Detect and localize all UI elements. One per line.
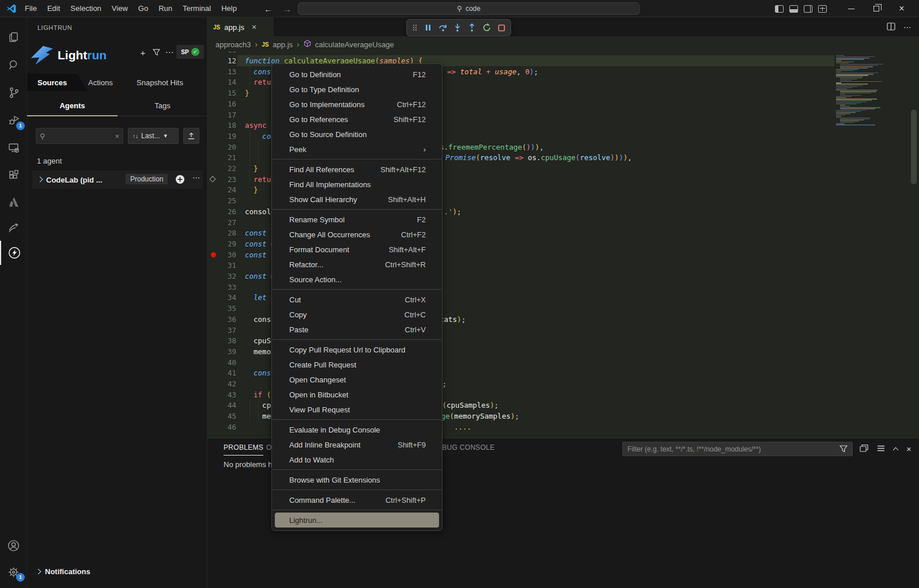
agent-row[interactable]: CodeLab (pid ... Production ⋯: [32, 170, 203, 189]
minimize-button[interactable]: [838, 0, 864, 17]
tab-actions[interactable]: Actions: [88, 74, 113, 91]
restart-icon[interactable]: [482, 23, 491, 32]
menu-terminal[interactable]: Terminal: [177, 2, 216, 15]
menu-view[interactable]: View: [107, 2, 133, 15]
menu-item-browse-with-git-extensions[interactable]: Browse with Git Extensions: [275, 472, 439, 487]
line-number[interactable]: 26: [207, 206, 236, 217]
menu-item-evaluate-in-debug-console[interactable]: Evaluate in Debug Console: [275, 422, 439, 437]
toggle-panel-icon[interactable]: [789, 5, 798, 13]
line-number[interactable]: 40: [207, 357, 236, 368]
nav-back-icon[interactable]: ←: [264, 4, 273, 14]
lightrun-icon[interactable]: [0, 241, 27, 265]
menu-item-go-to-type-definition[interactable]: Go to Type Definition: [275, 82, 439, 97]
line-number[interactable]: 25: [207, 195, 236, 206]
step-over-icon[interactable]: [438, 23, 448, 32]
menu-item-go-to-references[interactable]: Go to ReferencesShift+F12: [275, 112, 439, 127]
line-number[interactable]: 44: [207, 400, 236, 411]
nav-forward-icon[interactable]: →: [283, 4, 292, 14]
breadcrumb-symbol[interactable]: calculateAverageUsage: [315, 40, 394, 49]
explorer-icon[interactable]: [0, 25, 27, 50]
customize-layout-icon[interactable]: [818, 5, 827, 13]
menu-item-go-to-source-definition[interactable]: Go to Source Definition: [275, 127, 439, 142]
menu-item-find-all-implementations[interactable]: Find All Implementations: [275, 177, 439, 192]
line-number[interactable]: 46: [207, 422, 236, 433]
open-in-editor-button[interactable]: [183, 128, 199, 144]
menu-item-command-palette[interactable]: Command Palette...Ctrl+Shift+P: [275, 492, 439, 507]
extensions-icon[interactable]: [0, 164, 27, 188]
line-number[interactable]: 42: [207, 378, 236, 389]
user-chip[interactable]: SP ✓: [176, 45, 204, 59]
step-out-icon[interactable]: [468, 23, 476, 32]
line-number[interactable]: 22: [207, 163, 236, 174]
menu-item-change-all-occurrences[interactable]: Change All OccurrencesCtrl+F2: [275, 227, 439, 242]
run-debug-icon[interactable]: 1: [0, 108, 27, 132]
account-icon[interactable]: [0, 533, 27, 557]
line-number[interactable]: 18: [207, 120, 236, 131]
tab-appjs[interactable]: JS app.js ×: [207, 17, 274, 37]
gitlive-swoosh-icon[interactable]: [0, 215, 27, 240]
minimap[interactable]: [834, 52, 889, 438]
breadcrumb-folder[interactable]: approach3: [215, 40, 251, 49]
tab-sources[interactable]: Sources: [27, 74, 87, 91]
close-tab-icon[interactable]: ×: [252, 22, 256, 32]
line-number[interactable]: 33: [207, 282, 236, 293]
line-number[interactable]: 32: [207, 271, 236, 282]
line-number[interactable]: 12: [207, 55, 236, 66]
line-number[interactable]: 43: [207, 389, 236, 400]
stop-icon[interactable]: [498, 24, 505, 32]
panel-menu-icon[interactable]: [877, 445, 885, 453]
filter-icon[interactable]: [150, 46, 162, 59]
menu-item-rename-symbol[interactable]: Rename SymbolF2: [275, 212, 439, 227]
line-number[interactable]: 28: [207, 227, 236, 238]
menu-item-go-to-definition[interactable]: Go to DefinitionF12: [275, 67, 439, 82]
close-panel-icon[interactable]: ×: [906, 444, 912, 454]
menu-item-go-to-implementations[interactable]: Go to ImplementationsCtrl+F12: [275, 97, 439, 112]
maximize-panel-icon[interactable]: [893, 447, 899, 453]
menu-file[interactable]: File: [20, 2, 42, 15]
add-agent-action-icon[interactable]: [175, 174, 185, 186]
menu-item-add-to-watch[interactable]: Add to Watch: [275, 452, 439, 467]
menu-item-cut[interactable]: CutCtrl+X: [275, 292, 439, 307]
breakpoint-icon[interactable]: [211, 252, 216, 257]
line-number[interactable]: 34: [207, 292, 236, 303]
menu-item-show-call-hierarchy[interactable]: Show Call HierarchyShift+Alt+H: [275, 192, 439, 207]
command-center[interactable]: ⚲ code: [298, 2, 640, 15]
more-actions-icon[interactable]: ⋯: [163, 46, 176, 59]
menu-item-refactor[interactable]: Refactor...Ctrl+Shift+R: [275, 257, 439, 272]
line-number[interactable]: 39: [207, 346, 236, 357]
line-number[interactable]: 37: [207, 325, 236, 336]
line-number[interactable]: 45: [207, 411, 236, 422]
settings-gear-icon[interactable]: 1: [0, 560, 27, 584]
menu-item-copy[interactable]: CopyCtrl+C: [275, 307, 439, 322]
menu-item-format-document[interactable]: Format DocumentShift+Alt+F: [275, 242, 439, 257]
menu-item-add-inline-breakpoint[interactable]: Add Inline BreakpointShift+F9: [275, 437, 439, 452]
scrollbar-thumb[interactable]: [911, 109, 917, 184]
menu-item-find-all-references[interactable]: Find All ReferencesShift+Alt+F12: [275, 162, 439, 177]
remote-explorer-icon[interactable]: [0, 136, 27, 160]
tab-snapshot-hits[interactable]: Snapshot Hits: [137, 74, 183, 91]
add-action-icon[interactable]: +: [137, 46, 149, 59]
menu-item-source-action[interactable]: Source Action...: [275, 272, 439, 287]
subtab-agents[interactable]: Agents: [27, 101, 118, 110]
line-number[interactable]: 27: [207, 217, 236, 228]
restore-button[interactable]: [864, 0, 889, 17]
source-control-icon[interactable]: [0, 81, 27, 105]
search-icon[interactable]: [0, 53, 27, 77]
atlassian-icon[interactable]: [0, 190, 27, 214]
menu-item-create-pull-request[interactable]: Create Pull Request: [275, 357, 439, 372]
menu-run[interactable]: Run: [153, 2, 177, 15]
step-into-icon[interactable]: [453, 23, 462, 32]
menu-help[interactable]: Help: [216, 2, 242, 15]
agent-more-icon[interactable]: ⋯: [192, 173, 200, 182]
line-number[interactable]: 21: [207, 152, 236, 163]
menu-item-copy-pull-request-url-to-clipboard[interactable]: Copy Pull Request Url to Clipboard: [275, 342, 439, 357]
line-number[interactable]: 41: [207, 367, 236, 378]
menu-item-peek[interactable]: Peek›: [275, 142, 439, 157]
close-window-button[interactable]: ×: [889, 0, 914, 17]
line-number[interactable]: 15: [207, 88, 236, 98]
line-number[interactable]: 13: [207, 66, 236, 77]
toggle-sidebar-icon[interactable]: [775, 5, 784, 13]
subtab-tags[interactable]: Tags: [118, 101, 207, 110]
line-number[interactable]: 16: [207, 98, 236, 109]
breadcrumb-file[interactable]: app.js: [273, 40, 293, 49]
